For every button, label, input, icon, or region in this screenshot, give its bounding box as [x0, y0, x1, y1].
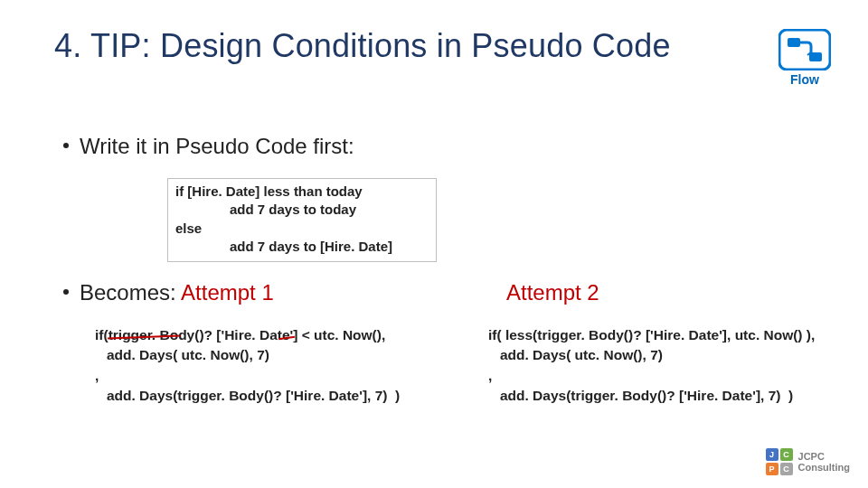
code-line: add. Days( utc. Now(), 7)	[95, 347, 269, 362]
footer-tiles: J C P C	[766, 448, 793, 475]
slide: 4. TIP: Design Conditions in Pseudo Code…	[0, 0, 868, 488]
pseudo-line: add 7 days to today	[175, 201, 429, 219]
footer-line2: Consulting	[798, 462, 850, 473]
code-line: ,	[488, 368, 492, 383]
flow-logo-label: Flow	[772, 72, 837, 87]
tile-j: J	[766, 448, 778, 461]
bullet2-prefix: Becomes:	[80, 280, 181, 305]
code-line: add. Days(trigger. Body()? ['Hire. Date'…	[488, 388, 793, 403]
footer-line1: JCPC	[798, 451, 850, 462]
bullet-dot-icon	[63, 289, 69, 295]
bullet-becomes: Becomes: Attempt 1	[80, 280, 274, 305]
code-line: if( less(trigger. Body()? ['Hire. Date']…	[488, 327, 815, 343]
footer-text: JCPC Consulting	[798, 451, 850, 473]
code-line: if(trigger. Body()? ['Hire. Date'] < utc…	[95, 327, 385, 343]
slide-title: 4. TIP: Design Conditions in Pseudo Code	[54, 27, 671, 65]
pseudo-line: add 7 days to [Hire. Date]	[175, 238, 429, 256]
svg-rect-0	[779, 30, 830, 70]
pseudo-line: else	[175, 220, 429, 238]
pseudo-line: if [Hire. Date] less than today	[175, 183, 429, 201]
svg-rect-1	[788, 38, 800, 47]
bullet1-text: Write it in Pseudo Code first:	[80, 134, 354, 158]
tile-c: C	[780, 448, 793, 461]
tile-p: P	[766, 463, 778, 475]
code-line-pad	[488, 347, 500, 362]
bullet-pseudo-first: Write it in Pseudo Code first:	[80, 134, 354, 159]
attempt1-label: Attempt 1	[181, 280, 274, 305]
pseudo-code-box: if [Hire. Date] less than today add 7 da…	[167, 178, 437, 262]
code-attempt-2: if( less(trigger. Body()? ['Hire. Date']…	[488, 325, 850, 407]
flow-logo: Flow	[772, 29, 837, 87]
bullet-dot-icon	[63, 143, 69, 148]
code-line: add. Days(trigger. Body()? ['Hire. Date'…	[95, 388, 400, 403]
code-bold: add. Days	[500, 347, 566, 362]
footer-logo: J C P C JCPC Consulting	[766, 448, 850, 475]
svg-rect-2	[809, 52, 822, 61]
code-line: ,	[95, 368, 99, 383]
code-line-rest: ( utc. Now(), 7)	[566, 347, 663, 362]
attempt2-label: Attempt 2	[506, 280, 599, 305]
flow-icon	[778, 29, 831, 70]
tile-c2: C	[780, 463, 793, 475]
